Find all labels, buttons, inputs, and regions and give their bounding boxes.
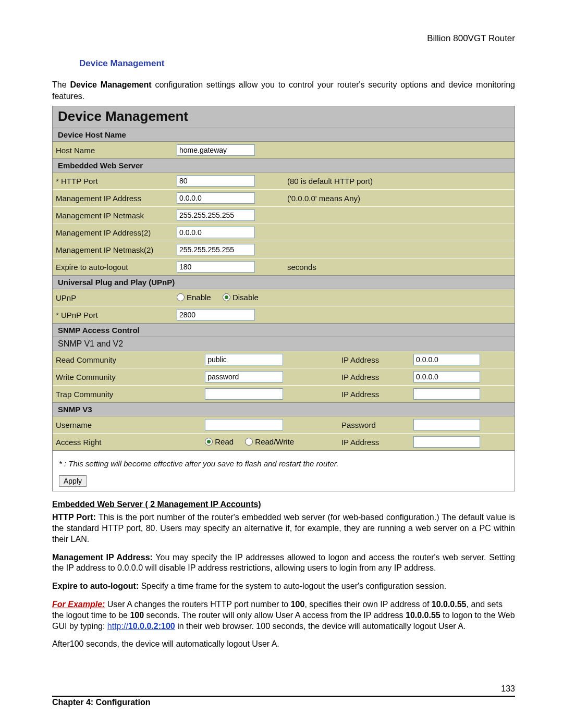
write-community-label: Write Community: [53, 368, 202, 386]
mgmt-ip2-input[interactable]: [177, 227, 255, 238]
device-management-panel: Device Management Device Host Name Host …: [52, 106, 515, 491]
read-community-input[interactable]: [205, 354, 283, 365]
read-community-label: Read Community: [53, 351, 202, 368]
snmp-v3-table: Username Password Access Right Read Read…: [53, 416, 515, 450]
upnp-disable-label: Disable: [232, 293, 259, 302]
restart-note: * : This setting will become effective a…: [59, 459, 508, 468]
chapter-label: Chapter 4: Configuration: [52, 698, 150, 707]
page-footer: 133 Chapter 4: Configuration: [52, 696, 515, 707]
access-read-label: Read: [215, 437, 234, 446]
mgmt-ip-input[interactable]: [177, 192, 255, 204]
radio-icon: [245, 438, 253, 446]
intro-before: The: [52, 80, 70, 89]
username-label: Username: [53, 416, 202, 434]
access-ip-label: IP Address: [338, 434, 410, 451]
access-right-label: Access Right: [53, 434, 202, 451]
example-lead: For Example:: [52, 600, 105, 609]
upnp-table: UPnP Enable Disable * UPnP Port: [53, 289, 515, 323]
password-label: Password: [338, 416, 410, 434]
trap-ip-input[interactable]: [413, 388, 480, 400]
upnp-disable-radio[interactable]: Disable: [223, 293, 259, 302]
intro-paragraph: The Device Management configuration sett…: [52, 79, 515, 102]
write-community-input[interactable]: [205, 371, 283, 382]
upnp-enable-radio[interactable]: Enable: [177, 293, 211, 302]
page-number: 133: [501, 684, 515, 694]
embedded-web-server-subheading: Embedded Web Server ( 2 Management IP Ac…: [52, 500, 515, 509]
group-upnp: Universal Plug and Play (UPnP): [53, 275, 515, 289]
apply-button[interactable]: Apply: [59, 475, 87, 487]
expire-text: Specify a time frame for the system to a…: [139, 582, 446, 590]
access-ip-input[interactable]: [413, 436, 480, 448]
after-paragraph: After100 seconds, the device will automa…: [52, 639, 515, 650]
access-rw-label: Read/Write: [255, 437, 294, 446]
upnp-port-input[interactable]: [177, 309, 255, 320]
mgmt-ip2-label: Management IP Address(2): [53, 224, 174, 241]
group-device-host-name: Device Host Name: [53, 128, 515, 141]
http-port-text: This is the port number of the router's …: [52, 513, 515, 544]
group-snmp-access: SNMP Access Control: [53, 323, 515, 337]
mgmt-mask-input[interactable]: [177, 209, 255, 221]
expire-input[interactable]: [177, 261, 255, 273]
http-port-hint: (80 is default HTTP port): [284, 172, 515, 190]
mgmt-ip-bold: Management IP Address:: [52, 553, 153, 562]
mgmt-mask2-label: Management IP Netmask(2): [53, 241, 174, 258]
example-paragraph: For Example: User A changes the routers …: [52, 599, 515, 632]
radio-icon: [205, 438, 213, 446]
access-rw-radio[interactable]: Read/Write: [245, 437, 294, 446]
panel-title: Device Management: [53, 106, 515, 128]
expire-label: Expire to auto-logout: [53, 258, 174, 276]
mgmt-mask2-input[interactable]: [177, 244, 255, 255]
write-ip-input[interactable]: [413, 371, 480, 382]
example-link[interactable]: http://10.0.0.2:100: [107, 622, 175, 631]
write-ip-label: IP Address: [338, 368, 410, 386]
mgmt-ip-label: Management IP Address: [53, 190, 174, 207]
upnp-enable-label: Enable: [187, 293, 211, 302]
trap-community-label: Trap Community: [53, 386, 202, 403]
read-ip-label: IP Address: [338, 351, 410, 368]
username-input[interactable]: [205, 419, 283, 430]
expire-paragraph: Expire to auto-logout: Specify a time fr…: [52, 581, 515, 592]
web-table: * HTTP Port (80 is default HTTP port) Ma…: [53, 172, 515, 275]
expire-bold: Expire to auto-logout:: [52, 582, 139, 590]
snmp-v3-header: SNMP V3: [53, 402, 515, 416]
host-name-label: Host Name: [53, 142, 174, 159]
http-port-label: * HTTP Port: [53, 172, 174, 190]
router-name: Billion 800VGT Router: [52, 33, 515, 44]
snmp-v1v2-header: SNMP V1 and V2: [53, 337, 515, 351]
mgmt-mask-label: Management IP Netmask: [53, 207, 174, 224]
section-title: Device Management: [79, 58, 515, 69]
access-read-radio[interactable]: Read: [205, 437, 234, 446]
group-embedded-web-server: Embedded Web Server: [53, 158, 515, 172]
http-port-input[interactable]: [177, 175, 255, 187]
host-table: Host Name: [53, 141, 515, 158]
intro-bold: Device Management: [70, 80, 151, 89]
upnp-port-label: * UPnP Port: [53, 306, 174, 324]
snmp-v1v2-table: Read Community IP Address Write Communit…: [53, 351, 515, 402]
password-input[interactable]: [413, 419, 480, 430]
expire-hint: seconds: [284, 258, 515, 276]
mgmt-ip-paragraph: Management IP Address: You may specify t…: [52, 552, 515, 574]
http-port-bold: HTTP Port:: [52, 513, 96, 522]
trap-ip-label: IP Address: [338, 386, 410, 403]
host-name-input[interactable]: [177, 144, 255, 156]
upnp-label: UPnP: [53, 289, 174, 306]
read-ip-input[interactable]: [413, 354, 480, 365]
mgmt-ip-hint: ('0.0.0.0' means Any): [284, 190, 515, 207]
http-port-paragraph: HTTP Port: This is the port number of th…: [52, 512, 515, 545]
panel-footer: * : This setting will become effective a…: [53, 450, 515, 491]
radio-icon: [177, 293, 185, 301]
trap-community-input[interactable]: [205, 388, 283, 400]
radio-icon: [223, 293, 230, 301]
